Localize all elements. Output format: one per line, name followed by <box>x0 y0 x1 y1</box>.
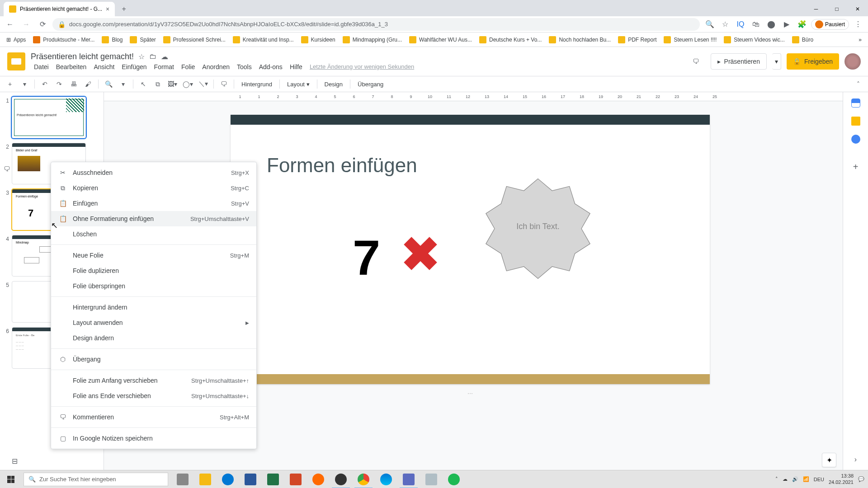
taskbar-word[interactable] <box>240 470 261 488</box>
new-tab-button[interactable]: + <box>118 3 130 15</box>
ctx-delete[interactable]: Löschen <box>51 226 256 242</box>
move-document-icon[interactable]: 🗀 <box>149 52 156 61</box>
menu-tools[interactable]: Tools <box>234 62 255 71</box>
menu-view[interactable]: Ansicht <box>90 62 118 71</box>
start-button[interactable] <box>0 470 22 488</box>
tray-notifications-icon[interactable]: 💬 <box>858 476 864 482</box>
extension-icon[interactable]: ▶ <box>780 18 793 31</box>
ctx-design[interactable]: Design ändern <box>51 330 256 346</box>
bookmark-item[interactable]: Produktsuche - Mer... <box>30 34 97 45</box>
extension-icon[interactable]: IQ <box>734 18 747 31</box>
theme-button[interactable]: Design <box>321 81 346 88</box>
bookmark-item[interactable]: Wahlfächer WU Aus... <box>406 34 475 45</box>
paint-format-button[interactable]: 🖌 <box>82 78 94 90</box>
ctx-new-slide[interactable]: Neue FolieStrg+M <box>51 248 256 263</box>
layout-button[interactable]: Layout ▾ <box>283 81 313 88</box>
close-tab-icon[interactable]: × <box>106 5 109 13</box>
tasks-icon[interactable] <box>851 135 860 144</box>
tray-volume-icon[interactable]: 🔊 <box>792 476 798 482</box>
share-button[interactable]: 🔒Freigeben <box>787 53 839 70</box>
keep-icon[interactable] <box>851 117 860 126</box>
bookmark-item[interactable]: Mindmapping (Gru... <box>340 34 405 45</box>
bookmarks-overflow[interactable]: » <box>856 35 864 45</box>
image-tool[interactable]: 🖼▾ <box>166 78 179 90</box>
menu-file[interactable]: Datei <box>31 62 52 71</box>
ctx-paste-plain[interactable]: 📋Ohne Formatierung einfügenStrg+Umschalt… <box>51 211 256 226</box>
browser-tab[interactable]: Präsentieren leicht gemacht! - G... × <box>4 2 115 16</box>
bookmark-item[interactable]: Steuern Lesen !!!! <box>661 34 719 45</box>
ctx-transition[interactable]: ⬡Übergang <box>51 352 256 367</box>
ctx-move-start[interactable]: Folie zum Anfang verschiebenStrg+Umschal… <box>51 373 256 388</box>
tray-chevron-icon[interactable]: ˄ <box>775 476 778 482</box>
star-icon[interactable]: ☆ <box>719 18 731 31</box>
taskbar-powerpoint[interactable] <box>285 470 307 488</box>
zoom-icon[interactable]: 🔍 <box>703 18 716 31</box>
taskbar-edge2[interactable] <box>375 470 397 488</box>
taskbar-app2[interactable] <box>398 470 420 488</box>
new-slide-dropdown[interactable]: ▾ <box>18 78 31 90</box>
ctx-copy[interactable]: ⧉KopierenStrg+C <box>51 180 256 196</box>
speaker-notes-handle[interactable]: ⋯ <box>231 390 710 397</box>
browser-menu-icon[interactable]: ⋮ <box>852 18 864 31</box>
taskbar-app3[interactable] <box>420 470 442 488</box>
close-window-button[interactable]: ✕ <box>847 2 868 16</box>
comments-button[interactable]: 🗨 <box>686 53 705 70</box>
address-bar[interactable]: 🔒 docs.google.com/presentation/d/1yV372S… <box>52 18 700 31</box>
hide-menus-button[interactable]: ˄ <box>852 78 864 90</box>
bookmark-item[interactable]: Noch hochladen Bu... <box>546 34 613 45</box>
taskbar-chrome[interactable] <box>353 470 374 488</box>
tray-wifi-icon[interactable]: 📶 <box>803 476 809 482</box>
zoom-button[interactable]: 🔍 <box>102 78 115 90</box>
add-addon-button[interactable]: + <box>853 162 859 172</box>
taskbar-search[interactable]: 🔍Zur Suche Text hier eingeben <box>24 473 168 486</box>
ctx-keep[interactable]: ▢In Google Notizen speichern <box>51 431 256 446</box>
menu-help[interactable]: Hilfe <box>287 62 306 71</box>
maximize-button[interactable]: □ <box>826 2 847 16</box>
comment-indicator-icon[interactable]: 🗨 <box>4 165 10 173</box>
slide-thumbnail-1[interactable]: Präsentieren leicht gemacht! <box>12 97 86 138</box>
taskbar-spotify[interactable] <box>443 470 465 488</box>
bookmark-item[interactable]: Büro <box>789 34 816 45</box>
tray-language[interactable]: DEU <box>814 477 824 482</box>
profile-chip[interactable]: Pausiert <box>811 19 849 30</box>
menu-slide[interactable]: Folie <box>178 62 198 71</box>
ctx-move-end[interactable]: Folie ans Ende verschiebenStrg+Umschaltt… <box>51 388 256 404</box>
taskbar-app[interactable] <box>307 470 329 488</box>
shape-star-text[interactable]: Ich bin Text. <box>484 222 592 231</box>
forward-button[interactable]: → <box>20 18 33 31</box>
show-side-panel-button[interactable]: › <box>854 455 857 464</box>
minimize-button[interactable]: ─ <box>806 2 826 16</box>
menu-format[interactable]: Format <box>151 62 177 71</box>
bookmark-item[interactable]: Kursideen <box>298 34 338 45</box>
calendar-icon[interactable] <box>851 99 860 108</box>
shape-seven[interactable]: 7 <box>353 229 380 286</box>
slide-canvas[interactable]: Formen einfügen 7 Ich bin Text. <box>231 115 710 384</box>
ctx-cut[interactable]: ✂AusschneidenStrg+X <box>51 165 256 180</box>
shape-tool[interactable]: ◯▾ <box>181 78 195 90</box>
taskbar-explorer[interactable] <box>194 470 216 488</box>
explore-button[interactable]: ✦ <box>822 453 836 467</box>
ctx-comment[interactable]: 🗨KommentierenStrg+Alt+M <box>51 409 256 425</box>
task-view-button[interactable] <box>172 470 193 488</box>
ctx-skip[interactable]: Folie überspringen <box>51 278 256 294</box>
menu-addons[interactable]: Add-ons <box>256 62 286 71</box>
extension-icon[interactable]: 🛍 <box>750 18 762 31</box>
star-document-icon[interactable]: ☆ <box>138 52 145 61</box>
shape-cross[interactable] <box>402 235 439 272</box>
textbox-tool[interactable]: ⧉ <box>151 78 164 90</box>
redo-button[interactable]: ↷ <box>53 78 66 90</box>
bookmark-item[interactable]: PDF Report <box>615 34 659 45</box>
extension-icon[interactable]: ⬤ <box>765 18 778 31</box>
present-dropdown[interactable]: ▾ <box>772 53 781 70</box>
undo-button[interactable]: ↶ <box>38 78 51 90</box>
zoom-dropdown[interactable]: ▾ <box>117 78 129 90</box>
bookmark-item[interactable]: Deutsche Kurs + Vo... <box>476 34 544 45</box>
ctx-paste[interactable]: 📋EinfügenStrg+V <box>51 196 256 211</box>
user-avatar[interactable] <box>844 53 861 70</box>
document-title[interactable]: Präsentieren leicht gemacht! <box>31 52 134 61</box>
background-button[interactable]: Hintergrund <box>238 81 276 88</box>
extensions-icon[interactable]: 🧩 <box>796 18 808 31</box>
bookmark-item[interactable]: Professionell Schrei... <box>160 34 228 45</box>
menu-insert[interactable]: Einfügen <box>118 62 150 71</box>
back-button[interactable]: ← <box>4 18 16 31</box>
